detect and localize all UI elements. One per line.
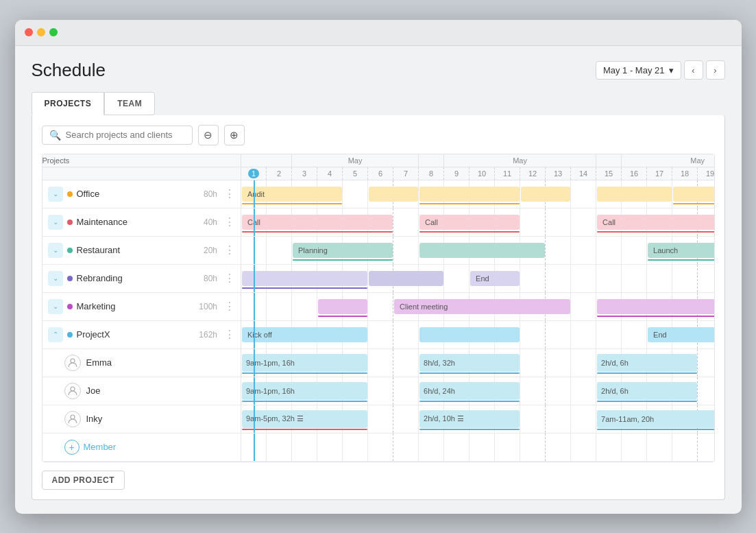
project-name: Restaurant <box>77 245 199 255</box>
more-button[interactable]: ⋮ <box>224 244 235 257</box>
more-button[interactable]: ⋮ <box>224 187 235 200</box>
member-name: Inky <box>86 414 103 424</box>
table-row: ⌃ProjectX162h⋮Kick offEnd <box>42 320 715 348</box>
avatar <box>64 411 81 427</box>
add-member-row[interactable]: +Member <box>42 433 715 461</box>
member-row: Emma9am-1pm, 16h8h/d, 32h2h/d, 6h <box>42 348 715 377</box>
minimize-button[interactable] <box>37 28 45 36</box>
add-member-icon: + <box>64 440 80 455</box>
zoom-out-icon: ⊖ <box>204 129 212 141</box>
project-hours: 162h <box>199 330 217 340</box>
app-body: Schedule May 1 - May 21 ▾ ‹ › PROJECTS T… <box>15 46 742 514</box>
search-box[interactable]: 🔍 <box>42 126 193 145</box>
main-panel: 🔍 ⊖ ⊕ ProjectsMayMayMay12345678910111213… <box>32 115 725 500</box>
add-member-label: Member <box>84 442 117 452</box>
gantt-chart: ProjectsMayMayMay12345678910111213141516… <box>42 154 715 462</box>
member-row: Joe9am-1pm, 16h6h/d, 24h2h/d, 6h <box>42 377 715 405</box>
more-button[interactable]: ⋮ <box>224 300 235 313</box>
zoom-in-button[interactable]: ⊕ <box>224 125 245 145</box>
date-range-button[interactable]: May 1 - May 21 ▾ <box>596 61 681 80</box>
add-project-button[interactable]: ADD PROJECT <box>42 471 125 490</box>
project-name: Maintenance <box>77 217 199 227</box>
tab-projects[interactable]: PROJECTS <box>32 92 105 115</box>
expand-button[interactable]: ⌄ <box>48 299 63 314</box>
table-row: ⌄Maintenance40h⋮CallCallCall <box>42 208 715 236</box>
project-name: Rebranding <box>77 273 199 283</box>
date-range-label: May 1 - May 21 <box>603 65 665 75</box>
expand-button[interactable]: ⌄ <box>48 271 63 286</box>
project-name: ProjectX <box>77 329 195 340</box>
table-row: ⌄Office80h⋮Audit <box>42 180 715 208</box>
project-name: Marketing <box>77 301 195 311</box>
project-hours: 80h <box>204 189 217 199</box>
toolbar: 🔍 ⊖ ⊕ <box>42 125 715 145</box>
table-row: ⌄Restaurant20h⋮PlanningLaunch <box>42 236 715 264</box>
svg-point-0 <box>71 359 75 363</box>
expand-button[interactable]: ⌄ <box>48 187 63 202</box>
zoom-out-button[interactable]: ⊖ <box>198 125 219 145</box>
tab-team[interactable]: TEAM <box>104 92 155 115</box>
member-row: Inky9am-5pm, 32h ☰2h/d, 10h ☰7am-11am, 2… <box>42 405 715 433</box>
app-window: Schedule May 1 - May 21 ▾ ‹ › PROJECTS T… <box>15 20 742 514</box>
date-navigation: May 1 - May 21 ▾ ‹ › <box>596 60 725 80</box>
more-button[interactable]: ⋮ <box>224 328 235 341</box>
expand-button[interactable]: ⌃ <box>48 327 63 342</box>
svg-point-2 <box>71 415 75 419</box>
expand-button[interactable]: ⌄ <box>48 215 63 230</box>
svg-point-1 <box>71 387 75 391</box>
avatar <box>64 383 81 399</box>
zoom-in-icon: ⊕ <box>230 129 239 141</box>
chevron-down-icon: ▾ <box>669 65 674 75</box>
member-name: Emma <box>86 357 112 368</box>
prev-button[interactable]: ‹ <box>684 60 703 80</box>
member-name: Joe <box>86 386 101 396</box>
table-row: ⌄Rebranding80h⋮End <box>42 264 715 292</box>
more-button[interactable]: ⋮ <box>224 215 235 228</box>
project-hours: 80h <box>204 274 217 283</box>
avatar <box>64 355 81 371</box>
page-title: Schedule <box>32 60 106 81</box>
tabs: PROJECTS TEAM <box>32 92 725 115</box>
app-header: Schedule May 1 - May 21 ▾ ‹ › <box>32 60 725 81</box>
table-row: ⌄Marketing100h⋮Client meeting <box>42 292 715 320</box>
close-button[interactable] <box>25 28 33 36</box>
project-hours: 40h <box>204 217 217 227</box>
project-hours: 100h <box>199 302 217 311</box>
next-button[interactable]: › <box>706 60 725 80</box>
search-icon: 🔍 <box>49 130 61 141</box>
project-name: Office <box>77 189 199 199</box>
more-button[interactable]: ⋮ <box>224 272 235 285</box>
maximize-button[interactable] <box>49 28 58 36</box>
project-hours: 20h <box>204 246 217 255</box>
titlebar <box>15 20 742 46</box>
expand-button[interactable]: ⌄ <box>48 243 63 258</box>
traffic-lights <box>25 28 58 36</box>
search-input[interactable] <box>66 130 185 140</box>
